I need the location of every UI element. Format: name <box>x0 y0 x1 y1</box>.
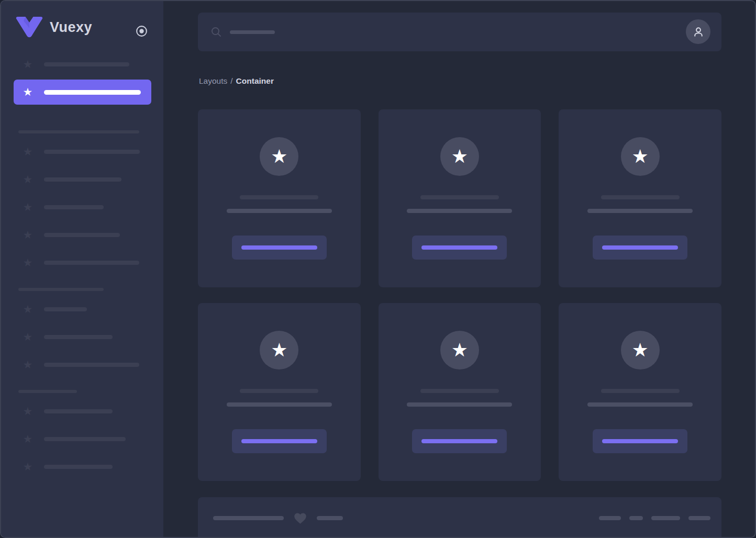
card-avatar-circle: ★ <box>621 331 660 369</box>
skeleton-line <box>227 402 332 407</box>
skeleton-bar <box>629 516 643 520</box>
star-icon: ★ <box>22 257 34 268</box>
sidebar-item[interactable]: ★ <box>1 358 163 371</box>
card-button[interactable] <box>232 429 327 453</box>
sidebar-item[interactable]: ★ <box>1 58 163 71</box>
card-avatar-circle: ★ <box>440 137 479 176</box>
skeleton-card: ★ <box>379 303 541 481</box>
sidebar-item-label-skeleton <box>44 409 113 413</box>
sidebar-item-label-skeleton <box>44 150 140 154</box>
sidebar-item[interactable]: ★ <box>1 303 163 316</box>
sidebar-section-heading-skeleton <box>18 390 77 393</box>
sidebar-section-heading-skeleton <box>18 288 104 291</box>
skeleton-bar <box>599 516 621 520</box>
vuexy-logo-icon <box>16 17 43 38</box>
media-left-group <box>213 511 343 525</box>
sidebar-section: ★★★★★ <box>1 130 163 269</box>
top-navbar <box>198 13 721 51</box>
sidebar-item[interactable]: ★ <box>1 256 163 269</box>
sidebar-item-label-skeleton <box>44 177 121 182</box>
sidebar-section: ★★★ <box>1 288 163 371</box>
main-content: Layouts/Container ★★★★★★ <box>163 1 755 537</box>
card-avatar-circle: ★ <box>440 331 479 369</box>
radio-circle-icon[interactable] <box>135 25 148 38</box>
sidebar-item[interactable]: ★ <box>1 331 163 343</box>
star-icon: ★ <box>22 86 34 98</box>
star-icon: ★ <box>22 433 34 445</box>
card-button[interactable] <box>593 236 687 260</box>
skeleton-card: ★ <box>198 303 361 481</box>
star-icon: ★ <box>22 229 34 241</box>
skeleton-card: ★ <box>559 303 721 481</box>
brand-title: Vuexy <box>50 19 92 36</box>
card-button[interactable] <box>232 236 327 260</box>
skeleton-bar <box>651 516 680 520</box>
sidebar-sections: ★★★★★★★★★★★ <box>1 130 163 489</box>
card-button[interactable] <box>412 429 507 453</box>
skeleton-line <box>240 389 318 393</box>
button-label-skeleton <box>241 439 317 443</box>
sidebar-item-label-skeleton <box>44 205 104 209</box>
brand[interactable]: Vuexy <box>16 17 92 38</box>
sidebar-item-label-skeleton <box>44 437 126 441</box>
skeleton-line <box>407 402 512 407</box>
button-label-skeleton <box>241 245 317 250</box>
sidebar-section-heading-skeleton <box>18 130 139 133</box>
search-input[interactable] <box>210 13 275 51</box>
sidebar-item-label-skeleton <box>44 335 113 339</box>
skeleton-bar <box>213 516 284 520</box>
skeleton-line <box>227 209 332 213</box>
sidebar: Vuexy ★ ★ ★★★★★★★★★★★ <box>1 1 163 537</box>
star-icon: ★ <box>451 341 468 360</box>
skeleton-card: ★ <box>379 109 541 287</box>
sidebar-item[interactable]: ★ <box>1 229 163 241</box>
star-icon: ★ <box>632 147 649 166</box>
media-skeleton-card <box>198 497 721 538</box>
sidebar-item-label-skeleton <box>44 363 139 367</box>
skeleton-bar <box>317 516 343 520</box>
sidebar-item[interactable]: ★ <box>1 201 163 214</box>
skeleton-line <box>587 209 693 213</box>
sidebar-item-label-skeleton <box>44 261 139 265</box>
search-placeholder-skeleton <box>230 30 275 34</box>
heart-icon <box>293 511 307 525</box>
card-avatar-circle: ★ <box>260 331 298 369</box>
skeleton-bar <box>688 516 710 520</box>
person-icon <box>692 25 705 39</box>
sidebar-item[interactable]: ★ <box>1 461 163 473</box>
sidebar-item-label-skeleton <box>44 90 141 95</box>
card-button[interactable] <box>593 429 687 453</box>
skeleton-line <box>420 389 499 393</box>
sidebar-item[interactable]: ★ <box>1 173 163 186</box>
user-avatar-button[interactable] <box>686 19 710 44</box>
skeleton-line <box>407 209 512 213</box>
card-button[interactable] <box>412 236 507 260</box>
button-label-skeleton <box>602 245 678 250</box>
star-icon: ★ <box>271 341 287 360</box>
sidebar-section: ★★★ <box>1 390 163 473</box>
card-avatar-circle: ★ <box>260 137 298 176</box>
breadcrumb-parent[interactable]: Layouts <box>199 76 227 85</box>
sidebar-item-label-skeleton <box>44 465 113 469</box>
button-label-skeleton <box>602 439 678 443</box>
sidebar-item[interactable]: ★ <box>1 145 163 158</box>
skeleton-line <box>587 402 693 407</box>
media-right-group <box>599 516 710 520</box>
star-icon: ★ <box>22 304 34 315</box>
sidebar-item-active[interactable]: ★ <box>14 80 151 105</box>
sidebar-item[interactable]: ★ <box>1 405 163 418</box>
star-icon: ★ <box>632 341 649 360</box>
button-label-skeleton <box>421 439 497 443</box>
skeleton-line <box>601 389 680 393</box>
card-grid: ★★★★★★ <box>198 109 721 481</box>
breadcrumb-separator: / <box>230 76 232 85</box>
star-icon: ★ <box>271 147 287 166</box>
star-icon: ★ <box>451 147 468 166</box>
star-icon: ★ <box>22 359 34 371</box>
sidebar-item[interactable]: ★ <box>1 433 163 445</box>
star-icon: ★ <box>22 59 34 70</box>
star-icon: ★ <box>22 146 34 158</box>
sidebar-item-label-skeleton <box>44 62 129 66</box>
app-window: Vuexy ★ ★ ★★★★★★★★★★★ <box>0 0 756 538</box>
star-icon: ★ <box>22 201 34 213</box>
